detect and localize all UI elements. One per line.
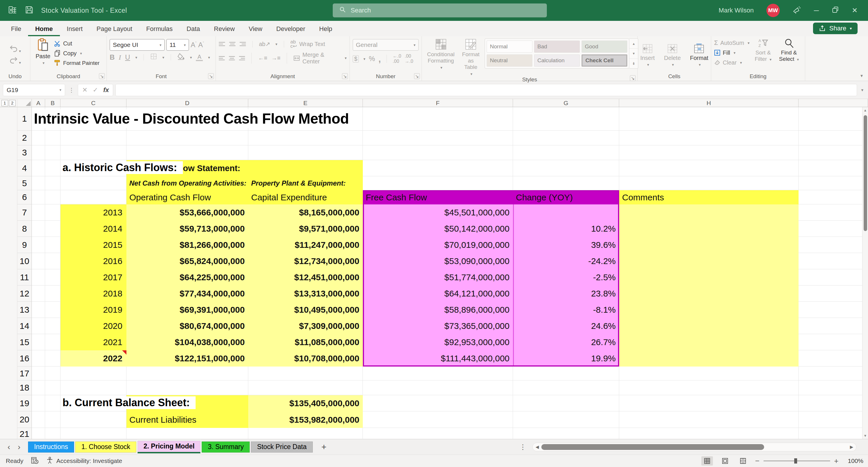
scrollbar-grip-icon[interactable]: ⋮ bbox=[519, 443, 526, 451]
cell-current-liabilities-value[interactable]: $153,982,000,000 bbox=[248, 411, 363, 428]
ribbon-tab-data[interactable]: Data bbox=[180, 22, 207, 36]
cell-year[interactable]: 2019 bbox=[60, 302, 126, 318]
scroll-up-icon[interactable]: ▲ bbox=[864, 107, 867, 114]
cell-year[interactable]: 2021 bbox=[60, 334, 126, 350]
header-change-yoy[interactable]: Change (YOY) bbox=[513, 190, 619, 204]
alignment-dialog-launcher[interactable]: ↘ bbox=[342, 73, 348, 79]
row-header[interactable]: 7 bbox=[18, 204, 32, 221]
cell-year[interactable]: 2020 bbox=[60, 318, 126, 334]
cell-comments[interactable] bbox=[619, 221, 799, 237]
cell[interactable] bbox=[45, 302, 60, 318]
cell[interactable] bbox=[32, 253, 45, 269]
cell-operating-cash-flow[interactable]: $59,713,000,000 bbox=[126, 221, 248, 237]
cell-operating-cash-flow[interactable]: $69,391,000,000 bbox=[126, 302, 248, 318]
increase-font-icon[interactable]: Aˆ bbox=[191, 41, 196, 49]
cell[interactable] bbox=[799, 253, 868, 269]
feedback-icon[interactable] bbox=[793, 5, 801, 16]
cell[interactable] bbox=[45, 253, 60, 269]
page-layout-view-button[interactable] bbox=[719, 456, 731, 466]
avatar[interactable]: MW bbox=[767, 4, 780, 17]
style-check-cell[interactable]: Check Cell bbox=[582, 54, 627, 66]
cell[interactable] bbox=[32, 350, 45, 367]
formula-input[interactable] bbox=[116, 84, 857, 96]
bold-button[interactable]: B bbox=[110, 53, 115, 61]
cell-free-cash-flow[interactable]: $51,774,000,000 bbox=[363, 269, 513, 286]
cell[interactable] bbox=[45, 350, 60, 367]
undo-button[interactable]: ▾ bbox=[9, 45, 21, 54]
copy-button[interactable]: Copy▾ bbox=[54, 48, 99, 58]
accessibility-icon[interactable] bbox=[46, 457, 54, 466]
minimize-button[interactable]: ─ bbox=[814, 7, 819, 14]
cell-operating-cash-flow[interactable]: $104,038,000,000 bbox=[126, 334, 248, 350]
number-format-select[interactable]: General▾ bbox=[353, 39, 418, 51]
cell-change-yoy[interactable] bbox=[513, 204, 619, 221]
cell-comments[interactable] bbox=[619, 237, 799, 253]
cell-year[interactable]: 2022 bbox=[60, 350, 126, 367]
cell-free-cash-flow[interactable]: $111,443,000,000 bbox=[363, 350, 513, 367]
comma-style-icon[interactable]: , bbox=[378, 57, 381, 61]
cell-operating-cash-flow[interactable]: $122,151,000,000 bbox=[126, 350, 248, 367]
cell[interactable] bbox=[799, 318, 868, 334]
horizontal-scrollbar[interactable]: ◀ ▶ bbox=[532, 443, 857, 451]
cell-current-liabilities-label[interactable]: Current Liabilities bbox=[126, 411, 248, 428]
column-header-D[interactable]: D bbox=[126, 99, 248, 107]
header-capital-expenditure[interactable]: Capital Expenditure bbox=[248, 190, 363, 204]
row-header[interactable]: 10 bbox=[18, 253, 32, 269]
cell-change-yoy[interactable]: 19.9% bbox=[513, 350, 619, 367]
clear-button[interactable]: Clear▾ bbox=[714, 58, 749, 67]
font-name-select[interactable]: Segoe UI▾ bbox=[110, 39, 165, 51]
styles-scroll-up[interactable]: ▴ bbox=[629, 39, 638, 49]
middle-align-icon[interactable] bbox=[229, 41, 236, 47]
zoom-out-icon[interactable]: − bbox=[755, 457, 760, 466]
sheet-tab-2-pricing-model[interactable]: 2. Pricing Model bbox=[137, 441, 200, 454]
cell-free-cash-flow[interactable]: $92,953,000,000 bbox=[363, 334, 513, 350]
share-button[interactable]: Share ▾ bbox=[813, 23, 858, 34]
cell-comments[interactable] bbox=[619, 334, 799, 350]
save-icon[interactable] bbox=[25, 5, 34, 16]
cell[interactable] bbox=[45, 334, 60, 350]
restore-button[interactable] bbox=[832, 6, 839, 15]
cell-comments[interactable] bbox=[619, 318, 799, 334]
cell-free-cash-flow[interactable]: $45,501,000,000 bbox=[363, 204, 513, 221]
sheet-tab-1-choose-stock[interactable]: 1. Choose Stock bbox=[75, 441, 136, 453]
header-free-cash-flow[interactable]: Free Cash Flow bbox=[363, 190, 513, 204]
increase-indent-icon[interactable]: →≡ bbox=[271, 55, 281, 61]
conditional-formatting-button[interactable]: ConditionalFormatting ▾ bbox=[425, 38, 457, 70]
decrease-indent-icon[interactable]: ←≡ bbox=[258, 55, 267, 61]
cell-ocf-subheader[interactable]: Net Cash from Operating Activities: bbox=[126, 176, 248, 190]
column-header-H[interactable]: H bbox=[619, 99, 799, 107]
excel-app-icon[interactable]: X bbox=[8, 5, 18, 16]
zoom-in-icon[interactable]: + bbox=[834, 457, 838, 466]
cell-free-cash-flow[interactable]: $50,142,000,000 bbox=[363, 221, 513, 237]
name-box[interactable]: G19▾ bbox=[3, 84, 65, 96]
format-as-table-button[interactable]: Format asTable ▾ bbox=[460, 38, 482, 77]
percent-style-icon[interactable]: % bbox=[369, 55, 375, 63]
cell[interactable] bbox=[32, 221, 45, 237]
add-sheet-button[interactable]: + bbox=[314, 442, 334, 452]
cell-change-yoy[interactable]: -8.1% bbox=[513, 302, 619, 318]
select-all-corner[interactable] bbox=[18, 99, 32, 107]
user-name[interactable]: Mark Wilson bbox=[719, 7, 754, 14]
cell[interactable] bbox=[32, 318, 45, 334]
column-header-G[interactable]: G bbox=[513, 99, 619, 107]
sheet-tab-3-summary[interactable]: 3. Summary bbox=[202, 441, 250, 453]
cell[interactable] bbox=[45, 221, 60, 237]
expand-formula-bar-icon[interactable]: ▾ bbox=[859, 87, 865, 93]
cell-change-yoy[interactable]: 23.8% bbox=[513, 286, 619, 302]
column-header-B[interactable]: B bbox=[45, 99, 60, 107]
cell-capital-expenditure[interactable]: $10,495,000,000 bbox=[248, 302, 363, 318]
cell[interactable] bbox=[799, 269, 868, 286]
row-header[interactable]: 8 bbox=[18, 221, 32, 237]
fill-color-icon[interactable] bbox=[177, 53, 185, 62]
cell-change-yoy[interactable]: 24.6% bbox=[513, 318, 619, 334]
cell[interactable] bbox=[799, 350, 868, 367]
decrease-decimal-icon[interactable]: .00→.0 bbox=[405, 54, 413, 64]
cell-capital-expenditure[interactable]: $9,571,000,000 bbox=[248, 221, 363, 237]
cell-year[interactable]: 2017 bbox=[60, 269, 126, 286]
cell-current-assets-value[interactable]: $135,405,000,000 bbox=[248, 395, 363, 411]
row-header[interactable]: 11 bbox=[18, 269, 32, 286]
row-header[interactable]: 12 bbox=[18, 286, 32, 302]
orientation-icon[interactable]: ab↗ bbox=[259, 40, 270, 48]
autosum-button[interactable]: ΣAutoSum▾ bbox=[714, 38, 749, 48]
bottom-align-icon[interactable] bbox=[240, 41, 246, 47]
